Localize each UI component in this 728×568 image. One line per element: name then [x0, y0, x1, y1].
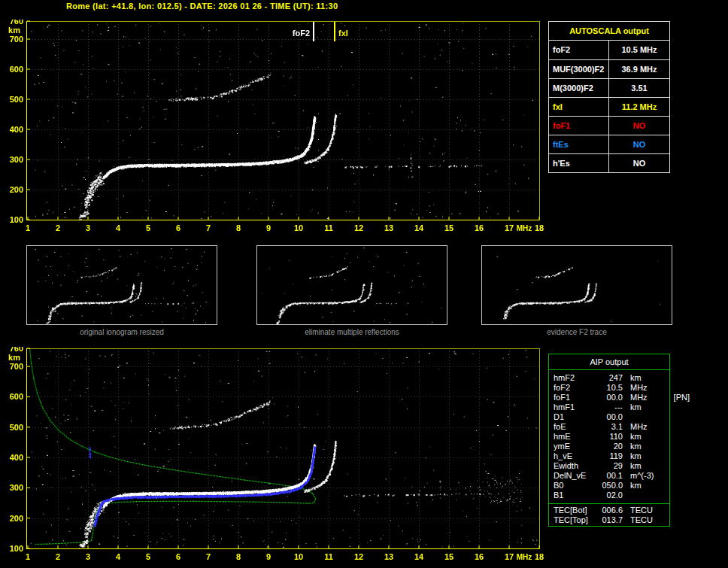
table-row: hmF1 --- km	[549, 402, 669, 412]
page-title: Rome (lat: +41.8, lon: 012.5) - DATE: 20…	[66, 2, 338, 11]
param-value: 02.0	[596, 491, 623, 500]
param-label: MUF(3000)F2	[549, 60, 609, 78]
thumbnail-f2-evidence	[481, 245, 672, 325]
param-value: ---	[596, 402, 623, 412]
param-unit: TECU	[623, 506, 653, 515]
aip-table-body: hmF2 247 km foF2 10.5 MHz foF1 00.0 MHz …	[549, 370, 669, 525]
param-label: foF2	[549, 383, 596, 393]
param-value: 10.5	[596, 383, 623, 393]
thumbnail-caption: evidence F2 trace	[481, 328, 672, 336]
param-unit: MHz	[623, 393, 648, 402]
aip-table-header: AIP output	[549, 354, 669, 370]
param-label: D1	[549, 412, 596, 422]
param-value: NO	[609, 154, 669, 172]
tec-separator	[549, 503, 669, 504]
param-label: Ewidth	[549, 461, 596, 471]
param-unit: km	[623, 442, 642, 451]
table-row: fxI 11.2 MHz	[549, 97, 669, 116]
param-value: 3.51	[609, 79, 669, 97]
param-label: DelN_vE	[549, 471, 596, 481]
param-label: TEC[Bot]	[549, 506, 596, 515]
param-unit: MHz	[623, 422, 648, 432]
param-value: 00.1	[596, 471, 623, 481]
table-row: hmF2 247 km	[549, 373, 669, 383]
thumbnail-original-canvas	[27, 246, 217, 324]
param-unit	[623, 491, 630, 500]
param-unit: m^(-3)	[623, 471, 654, 481]
table-row: foF2 10.5 MHz	[549, 41, 669, 59]
thumbnail-eliminate-canvas	[257, 246, 447, 324]
table-row: ftEs NO	[549, 135, 669, 153]
table-row: DelN_vE 00.1 m^(-3)	[549, 471, 669, 481]
param-unit: km	[623, 402, 642, 412]
param-value: 119	[596, 451, 623, 461]
param-label: fxI	[549, 98, 609, 116]
param-label: TEC[Top]	[549, 515, 596, 525]
param-label: foF2	[549, 41, 609, 59]
param-value: 00.0	[596, 412, 623, 422]
table-row: h_vE 119 km	[549, 451, 669, 461]
table-row: B1 02.0	[549, 491, 669, 500]
param-unit: km	[623, 451, 642, 461]
table-row: foF1 00.0 MHz [PN]	[549, 393, 669, 402]
param-value: 36.9 MHz	[609, 60, 669, 78]
param-value: 050.0	[596, 481, 623, 491]
profile-plot	[0, 347, 544, 568]
ionogram-plot	[0, 20, 544, 234]
param-label: hmE	[549, 432, 596, 442]
table-row: foF1 NO	[549, 116, 669, 135]
param-label: B0	[549, 481, 596, 491]
table-row: foF2 10.5 MHz	[549, 383, 669, 393]
table-row: TEC[Bot] 006.6 TECU	[549, 506, 669, 515]
table-row: Ewidth 29 km	[549, 461, 669, 471]
param-label: ymE	[549, 442, 596, 451]
param-value: 10.5 MHz	[609, 41, 669, 59]
param-label: ftEs	[549, 135, 609, 153]
param-value: 006.6	[596, 506, 623, 515]
param-value: 013.7	[596, 515, 623, 525]
param-value: NO	[609, 135, 669, 153]
param-label: M(3000)F2	[549, 79, 609, 97]
table-row: D1 00.0	[549, 412, 669, 422]
param-value: 110	[596, 432, 623, 442]
param-value: 29	[596, 461, 623, 471]
table-row: M(3000)F2 3.51	[549, 78, 669, 97]
aip-output-table: AIP output hmF2 247 km foF2 10.5 MHz foF…	[548, 354, 670, 527]
table-row: B0 050.0 km	[549, 481, 669, 491]
param-value: NO	[609, 117, 669, 135]
param-label: hmF1	[549, 402, 596, 412]
param-value: 247	[596, 373, 623, 383]
param-label: B1	[549, 491, 596, 500]
param-value: 00.0	[596, 393, 623, 402]
table-row: foE 3.1 MHz	[549, 422, 669, 432]
param-unit: km	[623, 481, 642, 491]
param-unit	[623, 412, 630, 422]
param-note: [PN]	[674, 393, 690, 402]
param-label: h'Es	[549, 154, 609, 172]
param-unit: km	[623, 373, 642, 383]
table-row: MUF(3000)F2 36.9 MHz	[549, 59, 669, 78]
table-row: ymE 20 km	[549, 442, 669, 451]
param-value: 3.1	[596, 422, 623, 432]
thumbnail-eliminate-reflections	[256, 245, 447, 325]
param-label: h_vE	[549, 451, 596, 461]
param-label: foF1	[549, 117, 609, 135]
table-row: h'Es NO	[549, 153, 669, 172]
param-value: 20	[596, 442, 623, 451]
autoscala-table-header: AUTOSCALA output	[549, 22, 669, 41]
param-label: foE	[549, 422, 596, 432]
param-value: 11.2 MHz	[609, 98, 669, 116]
autoscala-output-table: AUTOSCALA output foF2 10.5 MHz MUF(3000)…	[548, 21, 670, 173]
param-label: hmF2	[549, 373, 596, 383]
thumbnail-original-ionogram	[26, 245, 217, 325]
param-unit: MHz	[623, 383, 648, 393]
table-row: TEC[Top] 013.7 TECU	[549, 515, 669, 525]
thumbnail-f2-canvas	[482, 246, 672, 324]
param-unit: km	[623, 432, 642, 442]
autoscala-app-window: Rome (lat: +41.8, lon: 012.5) - DATE: 20…	[0, 0, 728, 568]
table-row: hmE 110 km	[549, 432, 669, 442]
thumbnail-caption: eliminate multiple reflections	[256, 328, 447, 336]
param-unit: TECU	[623, 515, 653, 525]
param-unit: km	[623, 461, 642, 471]
param-label: foF1	[549, 393, 596, 402]
